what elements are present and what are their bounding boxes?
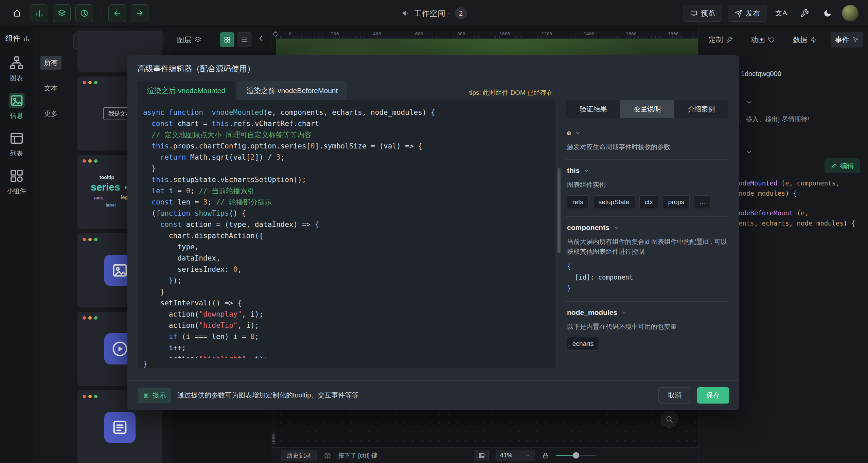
edit-button[interactable]: 编辑 xyxy=(825,158,860,173)
code-line: this.props.chartConfig.option.series[0].… xyxy=(143,141,550,152)
wordcloud-word: label xyxy=(106,202,116,208)
code-line: (function showTips() { xyxy=(143,208,550,219)
doc-section-header[interactable]: e xyxy=(567,129,728,137)
ruler-tick: 200 xyxy=(331,31,339,36)
doc-chip[interactable]: ... xyxy=(694,195,710,209)
undo-button[interactable] xyxy=(108,4,126,22)
code-view: async function vnodeMounted(e, component… xyxy=(143,107,550,358)
code-editor[interactable]: async function vnodeMounted(e, component… xyxy=(138,100,555,368)
lifecycle-tab[interactable]: 渲染之后-vnodeMounted xyxy=(138,81,235,100)
search-icon xyxy=(665,415,673,423)
settings-tab-数据[interactable]: 数据 xyxy=(789,32,821,48)
theme-toggle-button[interactable] xyxy=(819,4,836,22)
lifecycle-tabs: 渲染之后-vnodeMounted渲染之前-vnodeBeforeMount xyxy=(138,81,347,100)
wordcloud-word: series xyxy=(91,181,120,193)
doc-chip[interactable]: ctx xyxy=(639,195,658,209)
layers-icon xyxy=(194,36,201,43)
play-icon xyxy=(111,340,129,358)
home-button[interactable] xyxy=(8,4,26,22)
doc-section-header[interactable]: node_modules xyxy=(567,308,728,317)
doc-chips: refssetupStatectxprops... xyxy=(567,195,728,209)
sidebar-item-小组件[interactable]: 小组件 xyxy=(0,168,33,196)
doc-chip[interactable]: setupState xyxy=(593,195,635,209)
doc-icon xyxy=(143,392,149,399)
pie-app-button[interactable] xyxy=(75,4,93,22)
zoom-value: 41% xyxy=(500,452,512,459)
code-scrollbar[interactable] xyxy=(557,100,561,368)
category-tab[interactable]: 文本 xyxy=(40,81,61,95)
advanced-event-editor-modal: 高级事件编辑器（配合源码使用） 渲染之后-vnodeMounted渲染之前-vn… xyxy=(127,55,739,410)
settings-tab-事件[interactable]: 事件 xyxy=(831,32,863,48)
publish-button[interactable]: 发布 xyxy=(728,5,767,22)
question-icon[interactable] xyxy=(324,452,331,459)
doc-section-e: e触发对应生命周期事件时接收的参数 xyxy=(566,122,728,160)
doc-section-desc: 以下是内置在代码环境中可用的包变量 xyxy=(567,322,728,332)
ruler-tick: 800 xyxy=(457,31,465,36)
doc-section-header[interactable]: this xyxy=(567,166,728,175)
category-tab[interactable]: 所有 xyxy=(40,56,61,70)
sidebar-item-label: 信息 xyxy=(10,111,23,120)
thumbnail-toggle-button[interactable] xyxy=(475,450,489,461)
scrollbar-thumb[interactable] xyxy=(557,168,561,253)
canvas-bottom-bar: 历史记录 按下了 [ctrl] 键 41% xyxy=(271,447,698,463)
category-tab[interactable]: 更多 xyxy=(40,107,61,121)
image-icon xyxy=(478,452,485,459)
ruler-tick: 400 xyxy=(373,31,381,36)
doc-section-name: node_modules xyxy=(567,308,617,317)
ruler-origin-icon[interactable] xyxy=(272,31,279,37)
language-button[interactable]: 文A xyxy=(773,4,790,22)
avatar[interactable] xyxy=(842,5,858,21)
publish-label: 发布 xyxy=(746,8,760,18)
layers-panel-header: 图层 xyxy=(172,26,271,53)
layers-grid-view-button[interactable] xyxy=(220,32,234,47)
settings-tab-定制[interactable]: 定制 xyxy=(705,32,737,48)
code-fragment-line: odeBeforeMount (e, xyxy=(739,208,855,218)
ruler-tick: 1200 xyxy=(542,31,552,36)
chevron-left-icon xyxy=(257,34,266,43)
chevron-down-icon[interactable] xyxy=(745,148,753,156)
layers-collapse-button[interactable] xyxy=(257,34,266,45)
zoom-slider[interactable] xyxy=(556,455,596,456)
doc-chip[interactable]: props xyxy=(663,195,690,209)
pie-chart-icon xyxy=(80,9,89,18)
layers-list-view-button[interactable] xyxy=(237,32,251,47)
moon-icon xyxy=(823,9,832,18)
sidebar-item-信息[interactable]: 信息 xyxy=(0,93,33,120)
layers-app-button[interactable] xyxy=(53,4,71,22)
translate-icon: 文A xyxy=(775,8,787,18)
sidebar-item-label: 列表 xyxy=(10,149,23,158)
doc-chip[interactable]: echarts xyxy=(567,337,599,351)
zoom-select[interactable]: 41% xyxy=(496,450,535,461)
bolt-icon xyxy=(810,36,817,43)
doc-chip[interactable]: refs xyxy=(567,195,589,209)
docs-tab-变量说明[interactable]: 变量说明 xyxy=(620,100,674,118)
sidebar-item-图表[interactable]: 图表 xyxy=(0,55,33,83)
history-button[interactable]: 历史记录 xyxy=(281,450,317,461)
preview-button[interactable]: 预览 xyxy=(683,5,722,22)
redo-button[interactable] xyxy=(131,4,148,22)
code-line: // 定义地图原点大小 同理可自定义标签等等内容 xyxy=(143,129,550,141)
code-fragment-line: ents, echarts, node_modules) { xyxy=(739,218,855,228)
tools-button[interactable] xyxy=(796,4,813,22)
chevron-down-icon xyxy=(575,130,581,136)
ruler-tick: 1000 xyxy=(499,31,510,36)
settings-tab-label: 数据 xyxy=(793,35,807,44)
charts-app-button[interactable] xyxy=(31,4,48,22)
save-button[interactable]: 保存 xyxy=(697,387,729,404)
docs-tab-介绍案例[interactable]: 介绍案例 xyxy=(674,100,728,118)
lock-icon[interactable] xyxy=(542,452,549,459)
event-teaser-text: 、移入、移出] 尽情期待! xyxy=(739,115,809,124)
lifecycle-tab[interactable]: 渲染之前-vnodeBeforeMount xyxy=(237,81,347,100)
settings-tab-label: 事件 xyxy=(835,35,849,44)
cancel-button[interactable]: 取消 xyxy=(658,387,691,404)
docs-tab-验证结果[interactable]: 验证结果 xyxy=(566,100,620,118)
zoom-slider-handle[interactable] xyxy=(573,452,579,459)
edit-label: 编辑 xyxy=(840,161,854,171)
bottom-bar-left: 历史记录 按下了 [ctrl] 键 xyxy=(281,448,377,463)
sidebar-item-列表[interactable]: 列表 xyxy=(0,130,33,158)
magnifier-button[interactable] xyxy=(661,411,678,428)
settings-tab-动画[interactable]: 动画 xyxy=(747,32,779,48)
wrench-icon xyxy=(800,9,809,18)
doc-section-header[interactable]: components xyxy=(567,224,728,232)
chevron-down-icon[interactable] xyxy=(745,99,753,106)
